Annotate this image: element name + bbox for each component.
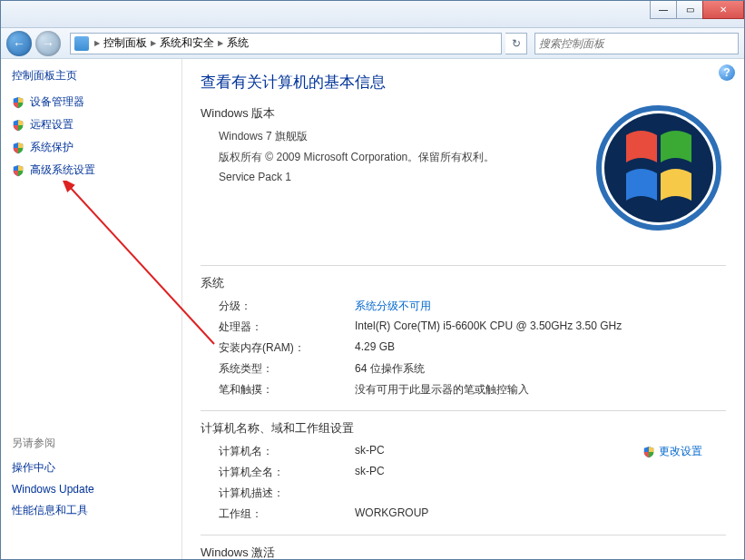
sidebar: 控制面板主页 设备管理器 远程设置 系统保护 高级系统设置 另请参阅 操作中心 … [1, 59, 182, 559]
see-also-performance[interactable]: 性能信息和工具 [12, 499, 171, 522]
sidebar-item-device-manager[interactable]: 设备管理器 [12, 91, 171, 113]
breadcrumb-sep-icon: ▶ [93, 39, 102, 47]
sidebar-item-label: 性能信息和工具 [12, 503, 88, 518]
see-also-title: 另请参阅 [12, 436, 171, 451]
workgroup-key: 工作组： [219, 506, 355, 522]
ram-key: 安装内存(RAM)： [219, 340, 355, 356]
svg-point-1 [604, 113, 713, 222]
cpu-key: 处理器： [219, 319, 355, 335]
maximize-button[interactable]: ▭ [676, 1, 703, 19]
shield-icon [12, 164, 25, 177]
pen-value: 没有可用于此显示器的笔或触控输入 [355, 382, 529, 398]
computer-desc-key: 计算机描述： [219, 486, 355, 501]
computer-name-label: 计算机名称、域和工作组设置 [201, 420, 726, 437]
address-bar[interactable]: ▶ 控制面板 ▶ 系统和安全 ▶ 系统 [70, 33, 502, 54]
systype-value: 64 位操作系统 [355, 361, 425, 377]
computer-fullname-key: 计算机全名： [219, 465, 355, 480]
see-also-action-center[interactable]: 操作中心 [12, 457, 171, 479]
nav-back-button[interactable]: ← [6, 31, 32, 56]
refresh-button[interactable]: ↻ [505, 33, 527, 54]
window-buttons: — ▭ ✕ [651, 1, 744, 19]
activation-label: Windows 激活 [201, 545, 726, 559]
shield-icon [642, 446, 655, 458]
rating-value[interactable]: 系统分级不可用 [355, 299, 431, 314]
sidebar-item-label: Windows Update [12, 483, 94, 496]
computer-fullname-value: sk-PC [355, 465, 385, 480]
sidebar-item-label: 操作中心 [12, 460, 55, 476]
breadcrumb-sep-icon: ▶ [216, 39, 225, 47]
sidebar-item-remote-settings[interactable]: 远程设置 [12, 113, 171, 136]
shield-icon [12, 96, 25, 109]
workgroup-value: WORKGROUP [355, 506, 428, 522]
sidebar-item-label: 远程设置 [30, 117, 74, 133]
titlebar: — ▭ ✕ [1, 1, 744, 28]
control-panel-icon [74, 36, 89, 51]
shield-icon [12, 119, 25, 132]
minimize-button[interactable]: — [650, 1, 677, 19]
breadcrumb-item[interactable]: 系统 [225, 35, 250, 51]
navbar: ← → ▶ 控制面板 ▶ 系统和安全 ▶ 系统 ↻ [1, 28, 744, 59]
pen-key: 笔和触摸： [219, 382, 355, 398]
rating-key: 分级： [219, 299, 355, 314]
breadcrumb-item[interactable]: 控制面板 [102, 35, 149, 51]
breadcrumb-sep-icon: ▶ [149, 39, 158, 47]
main-content: ? 查看有关计算机的基本信息 Windows 版本 Windows 7 旗舰版 … [182, 59, 744, 559]
sidebar-item-label: 设备管理器 [30, 94, 84, 110]
window: — ▭ ✕ ← → ▶ 控制面板 ▶ 系统和安全 ▶ 系统 ↻ 控制面板主页 设… [0, 0, 745, 560]
change-settings-link[interactable]: 更改设置 [642, 444, 702, 459]
sidebar-title: 控制面板主页 [12, 68, 171, 84]
help-icon[interactable]: ? [719, 64, 735, 81]
body: 控制面板主页 设备管理器 远程设置 系统保护 高级系统设置 另请参阅 操作中心 … [1, 59, 744, 559]
search-input[interactable] [539, 37, 734, 50]
change-settings-label: 更改设置 [659, 444, 702, 459]
separator [201, 410, 726, 411]
nav-forward-button[interactable]: → [35, 31, 61, 56]
system-label: 系统 [201, 275, 726, 291]
ram-value: 4.29 GB [355, 340, 395, 356]
separator [201, 535, 726, 535]
sidebar-item-label: 高级系统设置 [30, 162, 95, 178]
computer-name-value: sk-PC [355, 444, 385, 459]
computer-name-key: 计算机名： [219, 444, 355, 459]
page-title: 查看有关计算机的基本信息 [201, 72, 726, 93]
shield-icon [12, 142, 25, 154]
sidebar-item-label: 系统保护 [30, 140, 74, 155]
search-box[interactable] [534, 33, 739, 54]
breadcrumb-item[interactable]: 系统和安全 [158, 35, 216, 51]
sidebar-item-system-protection[interactable]: 系统保护 [12, 136, 171, 159]
see-also-windows-update[interactable]: Windows Update [12, 479, 171, 499]
windows-logo-icon [595, 104, 722, 231]
separator [201, 265, 726, 266]
cpu-value: Intel(R) Core(TM) i5-6600K CPU @ 3.50GHz… [355, 319, 622, 335]
sidebar-item-advanced-settings[interactable]: 高级系统设置 [12, 159, 171, 182]
close-button[interactable]: ✕ [702, 1, 744, 19]
systype-key: 系统类型： [219, 361, 355, 377]
